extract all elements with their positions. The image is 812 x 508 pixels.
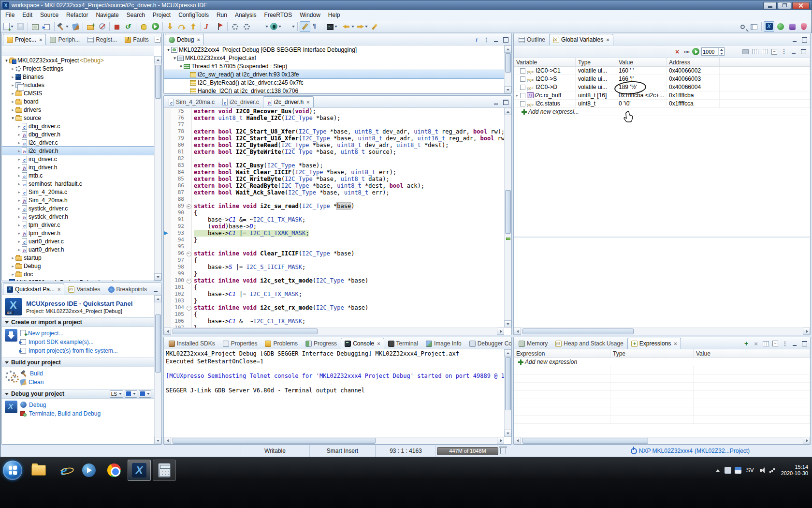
breakpoint-margin[interactable]	[164, 237, 171, 243]
project-item-uart0-driver-c[interactable]: ▸uart0_driver.c	[2, 237, 154, 245]
debug-item-thread-1-57005-suspended-step[interactable]: ▾Thread #1 57005 (Suspended : Step)	[164, 62, 504, 70]
code-line[interactable]: 103}	[164, 298, 504, 304]
column-header-expression[interactable]: Expression	[514, 349, 610, 358]
add-expression-button[interactable]	[742, 340, 751, 347]
code-line[interactable]: 96static inline void Clear_IICIF(I2C_Typ…	[164, 250, 504, 257]
tab-breakpoints[interactable]: Breakpoints	[104, 284, 151, 295]
explorer-scrollbar[interactable]	[154, 56, 161, 281]
breakpoint-margin[interactable]	[164, 135, 171, 142]
editor-vscrollbar[interactable]	[504, 108, 511, 328]
breakpoint-margin[interactable]	[164, 264, 171, 270]
tab-memory[interactable]: Memory	[515, 338, 551, 349]
scroll-left-icon[interactable]	[164, 437, 171, 444]
layout-button[interactable]	[760, 48, 769, 56]
breakpoint-margin[interactable]	[164, 142, 171, 149]
minimize-button[interactable]	[790, 340, 799, 347]
tab-i2c-driver-h[interactable]: i2c_driver.h×	[263, 96, 314, 107]
probe-dropdown[interactable]	[125, 390, 137, 398]
breakpoint-margin[interactable]	[164, 304, 171, 311]
expand-arrow-icon[interactable]: ▸	[10, 66, 15, 71]
expand-arrow-icon[interactable]: ▸	[16, 132, 22, 137]
variables-hscrollbar[interactable]	[514, 328, 810, 335]
memory-view-button[interactable]	[138, 21, 149, 32]
restart-button[interactable]	[123, 21, 134, 32]
collapse-arrow-icon[interactable]: ▾	[178, 64, 184, 69]
menu-freertos[interactable]: FreeRTOS	[261, 11, 296, 19]
quickstart-item-import-sdk-example-s[interactable]: Import SDK example(s)...	[20, 338, 118, 346]
quickstart-link[interactable]: Clean	[29, 379, 44, 386]
close-icon[interactable]: ×	[39, 37, 42, 43]
variable-value-cell[interactable]: 0x1ffffcba <i2c+...	[616, 91, 667, 100]
scrollbar-thumb[interactable]	[173, 438, 376, 444]
expand-arrow-icon[interactable]: ▸	[10, 99, 15, 104]
network-icon[interactable]	[769, 467, 776, 474]
breakpoint-margin[interactable]	[164, 176, 171, 182]
breakpoint-margin[interactable]	[164, 257, 171, 264]
minimize-button[interactable]	[763, 2, 777, 9]
console-vscrollbar[interactable]	[504, 349, 511, 437]
back-button[interactable]	[342, 21, 355, 32]
variable-value-cell[interactable]: 160 ' '	[616, 67, 667, 75]
code-line[interactable]: 93 base->C1 |= I2C_C1_TXAK_MASK;	[164, 230, 504, 237]
close-button[interactable]	[792, 2, 810, 9]
breakpoint-margin[interactable]	[164, 250, 171, 257]
scroll-down-icon[interactable]	[504, 86, 511, 93]
tab-outline[interactable]: Outline	[515, 34, 549, 45]
variable-row-i2c0-c1[interactable]: I2C0->C1volatile ui...160 ' '0x40066002	[514, 67, 810, 75]
dropdown-arrow-icon[interactable]	[133, 393, 136, 395]
build-button[interactable]	[57, 21, 69, 32]
section-collapse-icon[interactable]	[5, 321, 9, 324]
import-project-button[interactable]	[42, 21, 52, 32]
dropdown-arrow-icon[interactable]	[365, 26, 368, 28]
expressions-hscrollbar[interactable]	[514, 437, 810, 444]
section-header-build-your-project[interactable]: Build your project	[2, 358, 154, 367]
dropdown-arrow-icon[interactable]	[147, 393, 150, 395]
step-over-button[interactable]	[176, 21, 187, 32]
scrollbar-thumb[interactable]	[522, 329, 634, 334]
fold-collapse-icon[interactable]	[186, 277, 192, 284]
open-perspective-button[interactable]	[749, 21, 759, 32]
maximize-button[interactable]	[501, 98, 510, 106]
scrollbar-thumb[interactable]	[505, 357, 511, 410]
scroll-up-icon[interactable]	[504, 45, 511, 53]
view-menu-button[interactable]	[781, 340, 789, 347]
expand-arrow-icon[interactable]: ▸	[16, 198, 22, 203]
breakpoint-flag-button[interactable]	[215, 21, 225, 32]
debug-item-i2c-sw-read-at-i2c-driver-h-93-0x13fe[interactable]: i2c_sw_read() at i2c_driver.h:93 0x13fe	[164, 70, 504, 78]
breakpoint-margin[interactable]	[164, 284, 171, 291]
enable-checkbox[interactable]	[520, 93, 525, 98]
target-project-link[interactable]: (MKL02Z32...Project)	[695, 445, 750, 457]
project-item-mtb-c[interactable]: ▸mtb.c	[2, 171, 154, 179]
debug-item-mkl02z32xxx4-project-debug-gdb-segger-interface-debugging[interactable]: ▾MKL02Z32xxx4_Project Debug [GDB SEGGER …	[164, 45, 504, 54]
start-button[interactable]	[3, 461, 22, 480]
variable-row-i2c-rx-buff[interactable]: ▸i2c.rx_buffuint8_t [16]0x1ffffcba <i2c+…	[514, 91, 810, 100]
menu-refactor[interactable]: Refactor	[62, 11, 92, 19]
code-line[interactable]: 106 base->C1 &= ~I2C_C1_TX_MASK;	[164, 318, 504, 325]
column-header-variable[interactable]: Variable	[514, 58, 576, 66]
breakpoint-margin[interactable]	[164, 162, 171, 169]
code-line[interactable]: 98 base->S |= I2C_S_IICIF_MASK;	[164, 264, 504, 270]
code-editor[interactable]: 75extern void I2C0_Recover_Bus(void);76e…	[164, 108, 504, 328]
tab-properties[interactable]: Properties	[219, 338, 261, 349]
calculator-taskbar-button[interactable]	[153, 460, 176, 481]
tab-faults[interactable]: Faults	[121, 34, 153, 45]
menu-project[interactable]: Project	[149, 11, 174, 19]
collapse-arrow-icon[interactable]: ▾	[166, 47, 171, 52]
project-item-tpm-driver-c[interactable]: ▸tpm_driver.c	[2, 221, 154, 229]
collapse-all-button[interactable]	[771, 340, 780, 347]
run-perspective-button[interactable]	[775, 21, 786, 32]
scrollbar-thumb[interactable]	[522, 438, 648, 444]
project-item-mkl02z32xxx4-project-debug-launch[interactable]: MKL02Z32xxx4_Project Debug.launch	[2, 278, 154, 281]
enable-checkbox[interactable]	[520, 101, 525, 106]
tray-app2-icon[interactable]	[735, 467, 741, 474]
clock[interactable]: 15:14 2020-10-30	[781, 464, 808, 477]
variable-value-cell[interactable]: 189 '½'	[616, 83, 667, 91]
dropdown-arrow-icon[interactable]	[119, 393, 122, 395]
maximize-button[interactable]	[161, 285, 162, 293]
section-collapse-icon[interactable]	[5, 393, 9, 395]
debug-item-mkl02z32xxx4-project-axf[interactable]: ▾MKL02Z32xxx4_Project.axf	[164, 54, 504, 62]
mark-occurrences-button[interactable]	[300, 21, 310, 32]
expand-arrow-icon[interactable]: ▸	[16, 231, 22, 236]
collapse-all-button[interactable]	[770, 48, 779, 56]
tab-i2c-driver-c[interactable]: i2c_driver.c	[218, 96, 263, 107]
